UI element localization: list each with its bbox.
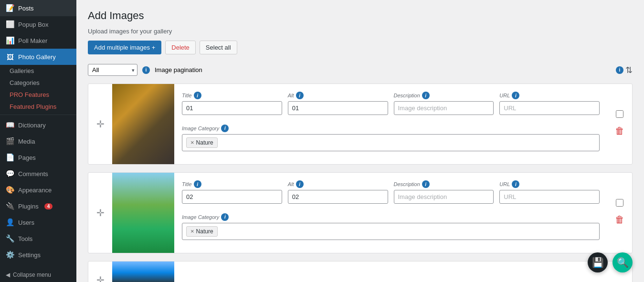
posts-icon: 📝 (6, 4, 14, 12)
url-input[interactable] (499, 101, 600, 115)
alt-label: Alt i (288, 92, 388, 99)
description-input[interactable] (394, 101, 494, 115)
title-info-icon[interactable]: i (194, 180, 201, 188)
sidebar-item-comments[interactable]: 💬 Comments (0, 166, 76, 182)
tag-label: Nature (196, 139, 213, 146)
delete-card-button[interactable]: 🗑 (613, 212, 626, 227)
sidebar-item-media[interactable]: 🎬 Media (0, 133, 76, 149)
sidebar-item-label: Settings (18, 251, 41, 259)
tag-remove-icon[interactable]: × (190, 139, 194, 146)
sidebar-item-label: Media (18, 138, 35, 145)
title-label: Title i (182, 92, 282, 99)
drag-handle[interactable]: ✛ (88, 84, 112, 164)
title-field-group: Title i (182, 92, 282, 121)
description-info-icon[interactable]: i (422, 180, 430, 188)
title-input[interactable] (182, 190, 282, 204)
sidebar-item-pages[interactable]: 📄 Pages (0, 149, 76, 166)
plugins-badge: 4 (44, 203, 53, 209)
image-card: ✛ Title i Alt i Description (88, 84, 633, 165)
card-checkbox[interactable] (616, 110, 623, 118)
tag-remove-icon[interactable]: × (190, 228, 194, 235)
sidebar-item-label: Dictionary (18, 122, 46, 129)
sort-arrows-icon: ⇅ (625, 65, 633, 75)
url-field-group: URL i (499, 92, 600, 121)
category-info-icon[interactable]: i (221, 213, 229, 221)
title-info-icon[interactable]: i (194, 92, 201, 99)
url-info-icon[interactable]: i (512, 180, 519, 188)
filter-select[interactable]: All Nature Architecture Travel (88, 64, 137, 76)
collapse-label: Collapse menu (13, 272, 51, 278)
sidebar-item-appearance[interactable]: 🎨 Appearance (0, 182, 76, 198)
collapse-menu[interactable]: ◀ Collapse menu (0, 268, 76, 282)
alt-input[interactable] (288, 190, 388, 204)
tag-nature: × Nature (186, 137, 218, 148)
image-thumbnail (112, 173, 174, 253)
plugins-icon: 🔌 (6, 202, 14, 210)
alt-input[interactable] (288, 101, 388, 115)
tag-nature: × Nature (186, 226, 218, 237)
drag-handle[interactable]: ✛ (88, 173, 112, 253)
card-actions: 🗑 (607, 84, 632, 164)
sidebar-item-dictionary[interactable]: 📖 Dictionary (0, 117, 76, 133)
sidebar-item-popup-box[interactable]: ⬜ Popup Box (0, 16, 76, 32)
url-info-icon[interactable]: i (512, 92, 519, 99)
add-multiple-button[interactable]: Add multiple images + (88, 41, 161, 54)
users-icon: 👤 (6, 218, 14, 227)
save-fab-button[interactable]: 💾 (588, 252, 608, 272)
media-icon: 🎬 (6, 137, 14, 146)
photo-gallery-icon: 🖼 (6, 52, 14, 61)
drag-handle[interactable]: ✛ (88, 261, 112, 282)
delete-card-button[interactable]: 🗑 (613, 124, 626, 138)
sidebar-item-tools[interactable]: 🔧 Tools (0, 230, 76, 247)
sidebar-item-settings[interactable]: ⚙️ Settings (0, 247, 76, 263)
sidebar-item-photo-gallery[interactable]: 🖼 Photo Gallery (0, 49, 76, 65)
sidebar-item-poll-maker[interactable]: 📊 Poll Maker (0, 32, 76, 49)
sidebar-sub-categories[interactable]: Categories (0, 77, 76, 89)
sidebar: 📝 Posts ⬜ Popup Box 📊 Poll Maker 🖼 Photo… (0, 0, 76, 282)
comments-icon: 💬 (6, 169, 14, 178)
url-input[interactable] (499, 190, 600, 204)
sidebar-item-label: Pages (18, 154, 36, 161)
filter-select-wrap[interactable]: All Nature Architecture Travel (88, 64, 137, 76)
sidebar-item-posts[interactable]: 📝 Posts (0, 0, 76, 16)
select-all-button[interactable]: Select all (200, 41, 237, 54)
sidebar-sub-galleries[interactable]: Galleries (0, 65, 76, 77)
sidebar-item-plugins[interactable]: 🔌 Plugins 4 (0, 198, 76, 214)
card-actions: 🗑 (607, 173, 632, 253)
pagination-label: Image pagination (155, 66, 202, 73)
category-row: Image Category i × Nature (182, 213, 600, 246)
sidebar-item-label: Plugins (18, 203, 39, 210)
url-label: URL i (499, 92, 600, 99)
page-subtitle: Upload images for your gallery (88, 28, 633, 35)
category-box[interactable]: × Nature (182, 134, 600, 151)
sidebar-item-users[interactable]: 👤 Users (0, 214, 76, 230)
sidebar-item-label: Posts (18, 5, 34, 12)
delete-button[interactable]: Delete (165, 41, 196, 54)
description-field-group: Description i (394, 92, 494, 121)
image-card: ✛ Title i Alt i Description (88, 172, 633, 253)
sidebar-item-label: Poll Maker (18, 37, 47, 44)
title-input[interactable] (182, 101, 282, 115)
image-thumbnail (112, 261, 174, 282)
sort-icon[interactable]: i ⇅ (616, 65, 633, 75)
category-info-icon[interactable]: i (221, 125, 229, 132)
card-checkbox[interactable] (616, 199, 623, 207)
sidebar-sub-pro-features[interactable]: PRO Features (0, 89, 76, 101)
sidebar-sub-featured-plugins[interactable]: Featured Plugins (0, 101, 76, 113)
main-content: Add Images Upload images for your galler… (76, 0, 644, 282)
alt-info-icon[interactable]: i (296, 92, 304, 99)
collapse-arrow-icon: ◀ (6, 272, 10, 278)
category-label: Image Category i (182, 125, 600, 132)
tools-icon: 🔧 (6, 234, 14, 243)
sidebar-item-label: Popup Box (18, 21, 49, 28)
sidebar-item-label: Photo Gallery (18, 53, 56, 61)
category-label: Image Category i (182, 213, 600, 221)
description-info-icon[interactable]: i (422, 92, 430, 99)
zoom-fab-button[interactable]: 🔍 (612, 252, 633, 272)
alt-field-group: Alt i (288, 92, 388, 121)
description-input[interactable] (394, 190, 494, 204)
pagination-info-icon[interactable]: i (142, 66, 150, 74)
save-fab-icon: 💾 (592, 257, 604, 268)
category-box[interactable]: × Nature (182, 223, 600, 240)
alt-info-icon[interactable]: i (296, 180, 304, 188)
